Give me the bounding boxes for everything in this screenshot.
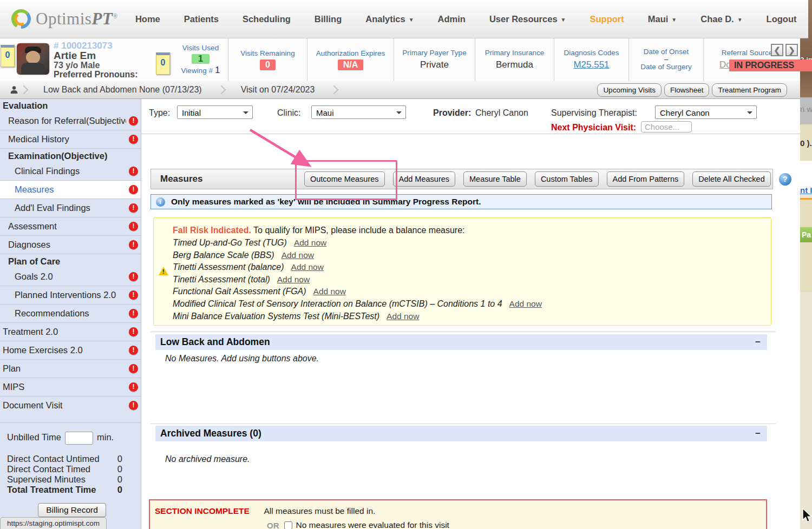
breadcrumb: Low Back and Abdomen None (07/13/23) Vis… <box>0 81 800 99</box>
nav-item[interactable]: Admin <box>426 14 477 24</box>
region-empty-text: No Measures. Add using buttons above. <box>165 354 319 363</box>
sidebar-item[interactable]: ! Medical History <box>0 130 141 148</box>
nav-item[interactable]: Logout <box>755 14 809 24</box>
collapse-icon[interactable]: − <box>755 339 761 346</box>
nav-item[interactable]: Maui▼ <box>636 14 689 24</box>
add-now-link[interactable]: Add now <box>509 299 542 308</box>
nav-item[interactable]: Home <box>123 14 172 24</box>
sidebar-item-label: Diagnoses <box>8 236 126 254</box>
balance-measure-row: Mini Balance Evaluation Systems Test (Mi… <box>173 310 771 323</box>
billing-record-button[interactable]: Billing Record <box>38 503 106 517</box>
sidebar-item[interactable]: ! Reason for Referral(Subjective) <box>0 112 141 130</box>
next-physician-visit-label: Next Physician Visit: <box>551 123 636 133</box>
sticky-note-icon[interactable]: 0 <box>1 45 15 67</box>
patient-photo[interactable] <box>17 43 49 75</box>
stat-label: Authorization Expires <box>316 49 385 58</box>
background-link-fragment: nt I <box>800 186 812 195</box>
sidebar-item-label: Medical History <box>8 130 126 148</box>
breadcrumb-action-button[interactable]: Flowsheet <box>664 83 710 97</box>
chevron-down-icon: ▼ <box>561 17 566 23</box>
measures-toolbar-button[interactable]: Add From Patterns <box>607 171 685 187</box>
nav-item[interactable]: User Resources▼ <box>477 14 578 24</box>
visit-type-select[interactable]: Initial <box>177 105 253 119</box>
sidebar-items: Evaluation ! Reason for Referral(Subject… <box>0 98 141 414</box>
breadcrumb-separator-icon <box>217 85 226 95</box>
optimispt-logo[interactable]: OptimisPT® <box>10 8 118 30</box>
stat-label: Referral Source <box>722 49 773 57</box>
sidebar-item[interactable]: ! Add'l Eval Findings <box>0 199 141 217</box>
background-tan-band <box>800 242 812 292</box>
breadcrumb-action-button[interactable]: Upcoming Visits <box>597 83 662 97</box>
stat-label: Primary Insurance <box>485 49 545 57</box>
incomplete-alert-icon: ! <box>129 290 138 300</box>
breadcrumb-action-button[interactable]: Treatment Program <box>712 83 787 97</box>
sidebar-item[interactable]: ! MIPS <box>0 378 141 396</box>
unbilled-time-label: Unbilled Time <box>7 432 61 442</box>
sidebar-item-label: Add'l Eval Findings <box>15 199 126 217</box>
sidebar-item[interactable]: Examination(Objective) <box>0 148 141 162</box>
visit-type-label: Type: <box>149 108 170 118</box>
archived-section-header: Archived Measures (0) − <box>155 426 767 441</box>
nav-item[interactable]: Analytics▼ <box>353 14 425 24</box>
sidebar-item[interactable]: ! Plan <box>0 359 141 378</box>
person-icon[interactable] <box>10 85 18 94</box>
sidebar-item[interactable]: Evaluation <box>0 98 141 112</box>
background-window-sliver: 3.jp n w 0 ). nt I Pa <box>800 0 812 529</box>
sidebar-item-label: Reason for Referral(Subjective) <box>8 112 126 130</box>
measures-toolbar-button[interactable]: Measure Table <box>463 171 527 187</box>
provider-value: Cheryl Canon <box>475 108 528 118</box>
supervising-therapist-select[interactable]: Cheryl Canon <box>655 105 757 119</box>
sidebar-item[interactable]: ! Treatment 2.0 <box>0 322 141 341</box>
add-now-link[interactable]: Add now <box>281 250 314 260</box>
incomplete-alert-icon: ! <box>129 327 138 336</box>
chevron-down-icon: ▼ <box>737 17 743 23</box>
add-now-link[interactable]: Add now <box>313 287 346 296</box>
stat-value-link[interactable]: M25.551 <box>573 59 609 70</box>
add-now-link[interactable]: Add now <box>387 312 419 321</box>
patient-stat-cell: Visits Remaining 0 <box>228 38 307 81</box>
patient-id[interactable]: # 1000213073 <box>54 41 138 50</box>
nav-item[interactable]: Chae D.▼ <box>689 14 754 24</box>
sidebar-item[interactable]: ! Planned Interventions 2.0 <box>0 286 141 304</box>
time-total-row: Direct Contact Timed 0 <box>7 464 122 474</box>
sidebar-item[interactable]: Plan of Care <box>0 254 141 268</box>
nav-item[interactable]: Patients <box>172 14 231 24</box>
sidebar-item[interactable]: ! Home Exercises 2.0 <box>0 341 141 359</box>
clinic-select[interactable]: Maui <box>311 105 406 119</box>
breadcrumb-item[interactable]: Low Back and Abdomen None (07/13/23) <box>29 85 216 95</box>
next-patient-button[interactable]: ❯ <box>785 44 798 56</box>
nav-item[interactable]: Support <box>578 14 636 24</box>
sticky-note-icon[interactable]: 0 <box>156 52 170 75</box>
time-total-row: Direct Contact Untimed 0 <box>7 454 122 464</box>
measures-toolbar-button[interactable]: Add Measures <box>393 171 456 187</box>
prev-patient-button[interactable]: ❮ <box>771 44 783 56</box>
add-now-link[interactable]: Add now <box>291 262 324 272</box>
measures-toolbar-button[interactable]: Custom Tables <box>535 171 599 187</box>
nav-left: HomePatientsSchedulingBillingAnalytics▼A… <box>123 14 477 24</box>
supervising-therapist-label: Supervising Therapist: <box>551 108 637 118</box>
or-label: OR <box>267 521 279 529</box>
sidebar-item[interactable]: ! Assessment <box>0 217 141 235</box>
sidebar-item[interactable]: ! Document Visit <box>0 396 141 414</box>
nav-item[interactable]: Scheduling <box>231 14 303 24</box>
measures-toolbar-button[interactable]: Outcome Measures <box>304 171 385 187</box>
time-total-label: Direct Contact Timed <box>7 464 90 474</box>
next-physician-visit-input[interactable] <box>641 121 692 133</box>
no-measures-checkbox[interactable] <box>284 521 292 529</box>
section-hairline <box>150 332 776 332</box>
unbilled-time-input[interactable] <box>65 432 93 445</box>
incomplete-alert-icon: ! <box>129 222 138 231</box>
sidebar-item[interactable]: ! Clinical Findings <box>0 162 141 180</box>
breadcrumb-item[interactable]: Visit on 07/24/2023 <box>227 85 329 95</box>
nav-item[interactable]: Billing <box>303 14 353 24</box>
collapse-icon[interactable]: − <box>755 430 761 438</box>
patient-bar: 0 # 1000213073 Artie Em 73 y/o Male Pref… <box>0 38 800 82</box>
sidebar-item[interactable]: ! Goals 2.0 <box>0 268 141 286</box>
add-now-link[interactable]: Add now <box>294 238 326 247</box>
sidebar-item[interactable]: ! Measures <box>0 180 141 199</box>
sidebar-item[interactable]: ! Recommendations <box>0 304 141 322</box>
help-icon[interactable]: ? <box>779 173 791 186</box>
measures-toolbar-button[interactable]: Delete All Checked <box>692 171 771 187</box>
sidebar-item[interactable]: ! Diagnoses <box>0 235 141 254</box>
add-now-link[interactable]: Add now <box>277 275 310 284</box>
